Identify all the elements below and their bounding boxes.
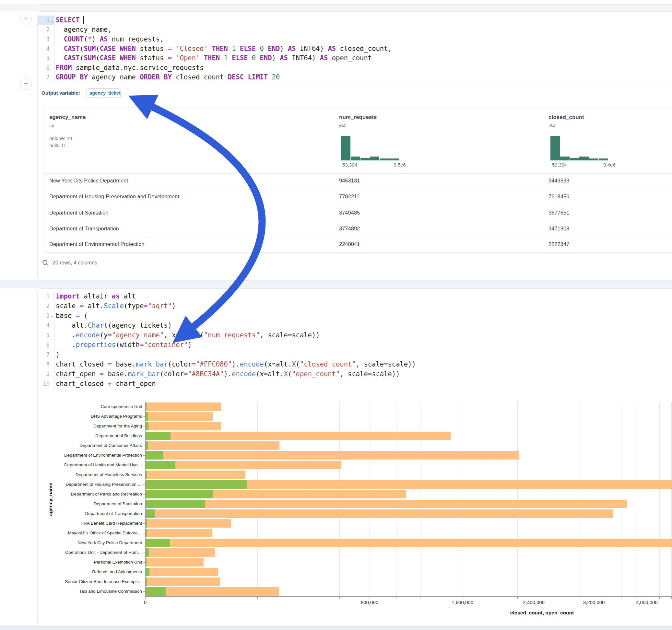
table-row-num-requests[interactable]: 7782211 xyxy=(339,193,360,200)
code-token-kw: ELSE xyxy=(240,45,256,52)
code-line[interactable]: import altair as alt xyxy=(56,292,136,300)
y-axis-tick xyxy=(143,465,145,465)
bar-open_count xyxy=(146,451,163,460)
bar-closed_count xyxy=(146,412,213,421)
sql-collapse-chevron-icon[interactable]: ⌄ xyxy=(50,19,54,23)
code-line[interactable]: .encode(y="agency_name", x=alt.X("num_re… xyxy=(56,331,320,339)
code-token-kw: END xyxy=(260,54,272,62)
code-line[interactable]: chart_open = base.mark_bar(color="#8BC34… xyxy=(56,370,400,378)
code-line[interactable]: alt.Chart(agency_tickets) xyxy=(56,321,172,330)
code-line[interactable]: COUNT(*) AS num_requests, xyxy=(56,35,164,43)
x-axis-tick-label: 3,200,000 xyxy=(571,600,617,605)
histogram-bar xyxy=(570,158,579,161)
table-row-num-requests[interactable]: 3774892 xyxy=(339,225,360,232)
code-line[interactable]: chart_closed = base.mark_bar(color="#FFC… xyxy=(56,360,416,368)
y-axis-label: Senior Citizen Rent Increase Exempti… xyxy=(52,579,142,584)
code-token-pl: (agency_tickets) xyxy=(107,321,171,329)
table-row-closed-count[interactable]: 7618456 xyxy=(549,193,569,200)
y-axis-label: Department of Buildings xyxy=(52,433,142,438)
code-line[interactable]: ) xyxy=(56,350,59,359)
bar-open_count xyxy=(146,558,146,566)
code-token-pl xyxy=(236,45,240,52)
code-token-pl: ( xyxy=(96,54,99,62)
code-token-pl: scale)) xyxy=(292,331,320,339)
sql-output-divider xyxy=(38,83,672,84)
code-token-op: = xyxy=(192,360,196,368)
y-axis-tick xyxy=(143,514,145,514)
y-axis-label: Department for the Aging xyxy=(52,423,142,429)
code-token-pl: (x xyxy=(264,360,272,368)
column-header-closed-count[interactable]: closed_count xyxy=(549,114,584,121)
code-token-pl xyxy=(244,73,248,81)
code-line[interactable]: SELECT xyxy=(56,16,83,24)
table-row-closed-count[interactable]: 9443533 xyxy=(549,177,569,184)
x-axis-line xyxy=(145,596,672,597)
code-line[interactable]: agency_name, xyxy=(56,25,112,34)
code-token-pl: alt. xyxy=(268,370,284,378)
bar-open_count xyxy=(146,500,205,508)
x-axis-tick xyxy=(659,597,660,599)
table-row-closed-count[interactable]: 2222847 xyxy=(549,241,569,247)
histogram-bar xyxy=(351,156,360,161)
code-line[interactable]: chart_closed + chart_open xyxy=(56,380,156,388)
code-line[interactable]: FROM sample_data.nyc.service_requests xyxy=(56,64,204,72)
table-row-closed-count[interactable]: 3471908 xyxy=(549,225,569,232)
code-token-num: 20 xyxy=(272,73,280,81)
code-token-op: = xyxy=(176,331,179,339)
search-icon[interactable] xyxy=(42,259,49,266)
notebook-page: { "icons": { "plus": "+", "chevron": "⌄"… xyxy=(0,0,672,630)
table-row-agency-name[interactable]: Department of Transportation xyxy=(49,225,119,232)
code-line[interactable]: CAST(SUM(CASE WHEN status = 'Open' THEN … xyxy=(56,54,372,62)
y-axis-tick xyxy=(143,475,145,475)
table-row-agency-name[interactable]: Department of Environmental Protection xyxy=(49,241,144,247)
y-axis-tick xyxy=(143,533,145,533)
add-cell-button-middle[interactable]: + xyxy=(20,78,32,90)
code-line[interactable]: GROUP BY agency_name ORDER BY closed_cou… xyxy=(56,73,280,81)
x-axis-tick xyxy=(145,597,146,599)
bar-open_count xyxy=(146,441,148,450)
code-token-pl: closed_count xyxy=(172,73,228,81)
output-variable-pill[interactable]: agency_tickets xyxy=(87,89,121,98)
code-line[interactable]: base = ( xyxy=(56,311,88,320)
y-axis-tick xyxy=(143,445,145,446)
table-row-num-requests[interactable]: 9453131 xyxy=(339,177,360,184)
table-row-num-requests[interactable]: 3749485 xyxy=(339,210,360,216)
y-axis-tick xyxy=(143,436,145,436)
code-token-str: 'Closed' xyxy=(176,45,208,52)
y-axis-tick xyxy=(143,553,145,553)
histogram-bar xyxy=(380,159,389,161)
code-line[interactable]: scale = alt.Scale(type="sqrt") xyxy=(56,302,176,310)
histogram-min-label-num: 53,304 xyxy=(342,162,357,168)
code-token-kw: FROM xyxy=(56,64,72,72)
code-line[interactable]: .properties(width="container") xyxy=(56,341,192,349)
table-row-num-requests[interactable]: 2240041 xyxy=(339,241,360,247)
bar-open_count xyxy=(146,480,247,489)
y-axis-label: Department of Housing Preservation … xyxy=(52,482,142,487)
column-header-agency-name[interactable]: agency_name xyxy=(49,114,86,121)
table-row-agency-name[interactable]: Department of Sanitation xyxy=(49,210,109,216)
code-token-str: "open_count" xyxy=(292,370,340,378)
code-token-fn: mark_bar xyxy=(136,360,168,368)
code-token-pl: ( xyxy=(83,35,88,43)
table-row-agency-name[interactable]: Department of Housing Preservation and D… xyxy=(49,193,179,200)
code-token-pl: . xyxy=(56,341,76,349)
line-number: 7 xyxy=(38,350,50,359)
code-token-kw: BY xyxy=(80,73,88,81)
python-collapse-chevron-icon[interactable]: ⌄ xyxy=(50,314,54,318)
table-row-agency-name[interactable]: New York City Police Department xyxy=(49,177,128,184)
column-type-agency-name: str xyxy=(49,123,55,128)
code-token-pl: chart_closed xyxy=(56,380,107,388)
column-header-num-requests[interactable]: num_requests xyxy=(339,114,377,121)
y-axis-tick xyxy=(143,562,145,563)
line-number: 7 xyxy=(38,73,50,81)
y-axis-tick xyxy=(143,591,145,592)
x-axis-tick-label: 1,600,000 xyxy=(440,600,485,605)
add-cell-button-top[interactable]: + xyxy=(20,13,32,24)
table-row-closed-count[interactable]: 3677651 xyxy=(549,210,569,216)
bar-closed_count xyxy=(146,529,212,537)
code-token-fn: Chart xyxy=(88,321,108,329)
x-axis-tick xyxy=(580,597,580,599)
code-line[interactable]: CAST(SUM(CASE WHEN status = 'Closed' THE… xyxy=(56,44,392,53)
x-axis-tick xyxy=(518,597,518,599)
gridline xyxy=(420,402,421,596)
